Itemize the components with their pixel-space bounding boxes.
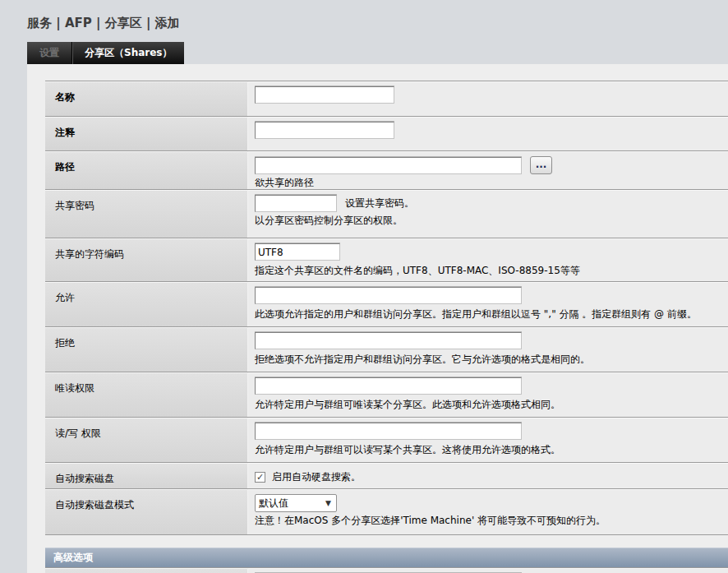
deny-label: 拒绝	[45, 327, 248, 372]
readwrite-label: 读/写 权限	[45, 418, 248, 462]
path-hint: 欲共享的路径	[255, 177, 728, 189]
row-readonly: 唯读权限 允许特定用户与群组可唯读某个分享区。此选项和允许选项格式相同。	[45, 372, 728, 417]
encoding-input[interactable]	[255, 243, 340, 261]
comment-input[interactable]	[255, 122, 394, 139]
row-deny: 拒绝 拒绝选项不允许指定用户和群组访问分享区。它与允许选项的格式是相同的。	[45, 326, 728, 372]
password-input[interactable]	[255, 195, 337, 212]
row-autodisc-mode: 自动搜索磁盘模式 默认值 ▼ 注意！在MacOS 多个分享区选择'Time Ma…	[45, 488, 728, 534]
row-password: 共享密码 设置共享密码。 以分享区密码控制分享区的权限。	[45, 189, 728, 238]
row-name: 名称	[45, 81, 728, 116]
name-label: 名称	[45, 81, 248, 116]
password-inline-text: 设置共享密码。	[345, 196, 414, 210]
browse-button[interactable]: ...	[530, 156, 552, 174]
advanced-options-header: 高级选项	[45, 548, 728, 567]
tab-bar: 设置 分享区（Shares）	[27, 42, 728, 64]
path-label: 路径	[45, 151, 248, 189]
breadcrumb: 服务 | AFP | 分享区 | 添加	[27, 16, 728, 31]
row-allow: 允许 此选项允许指定的用户和群组访问分享区。指定用户和群组以逗号 "," 分隔 …	[45, 281, 728, 326]
autodisc-mode-selected-value: 默认值	[259, 497, 288, 511]
path-input[interactable]	[255, 157, 522, 174]
encoding-label: 共享的字符编码	[45, 238, 248, 281]
tab-shares[interactable]: 分享区（Shares）	[71, 42, 184, 64]
content-panel: 名称 注释 路径 ... 欲共享的路径 共享密码	[27, 64, 728, 573]
autodisc-label: 自动搜索磁盘	[45, 463, 248, 488]
password-hint: 以分享区密码控制分享区的权限。	[255, 215, 728, 227]
advanced-first-label: 时间机器	[45, 568, 248, 573]
deny-hint: 拒绝选项不允许指定用户和群组访问分享区。它与允许选项的格式是相同的。	[255, 354, 728, 366]
row-comment: 注释	[45, 116, 728, 150]
share-form: 名称 注释 路径 ... 欲共享的路径 共享密码	[45, 81, 728, 535]
row-path: 路径 ... 欲共享的路径	[45, 150, 728, 189]
autodisc-mode-hint: 注意！在MacOS 多个分享区选择'Time Machine' 将可能导致不可预…	[255, 515, 728, 527]
allow-label: 允许	[45, 282, 248, 326]
encoding-hint: 指定这个共享区的文件名的编码，UTF8、UTF8-MAC、ISO-8859-15…	[255, 265, 728, 277]
readonly-input[interactable]	[255, 377, 522, 395]
autodisc-checkbox-label: 启用自动硬盘搜索。	[272, 470, 361, 484]
password-label: 共享密码	[45, 190, 248, 238]
chevron-down-icon: ▼	[325, 499, 331, 507]
row-readwrite: 读/写 权限 允许特定用户与群组可以读写某个共享区。这将使用允许选项的格式。	[45, 417, 728, 462]
tab-settings[interactable]: 设置	[27, 42, 71, 64]
deny-input[interactable]	[255, 332, 522, 349]
allow-input[interactable]	[255, 287, 522, 304]
row-autodisc: 自动搜索磁盘 ✓ 启用自动硬盘搜索。	[45, 462, 728, 488]
autodisc-mode-select[interactable]: 默认值 ▼	[255, 494, 337, 512]
name-input[interactable]	[255, 86, 394, 104]
comment-label: 注释	[45, 117, 248, 150]
readonly-hint: 允许特定用户与群组可唯读某个分享区。此选项和允许选项格式相同。	[255, 399, 728, 411]
checkmark-icon: ✓	[256, 472, 264, 483]
readonly-label: 唯读权限	[45, 372, 248, 417]
readwrite-hint: 允许特定用户与群组可以读写某个共享区。这将使用允许选项的格式。	[255, 444, 728, 456]
row-advanced-first: 时间机器	[45, 568, 728, 573]
autodisc-mode-label: 自动搜索磁盘模式	[45, 489, 248, 534]
row-encoding: 共享的字符编码 指定这个共享区的文件名的编码，UTF8、UTF8-MAC、ISO…	[45, 238, 728, 281]
allow-hint: 此选项允许指定的用户和群组访问分享区。指定用户和群组以逗号 "," 分隔 。指定…	[255, 308, 728, 321]
autodisc-checkbox[interactable]: ✓	[255, 472, 265, 483]
readwrite-input[interactable]	[255, 423, 522, 440]
advanced-form-partial: 时间机器	[45, 567, 728, 573]
